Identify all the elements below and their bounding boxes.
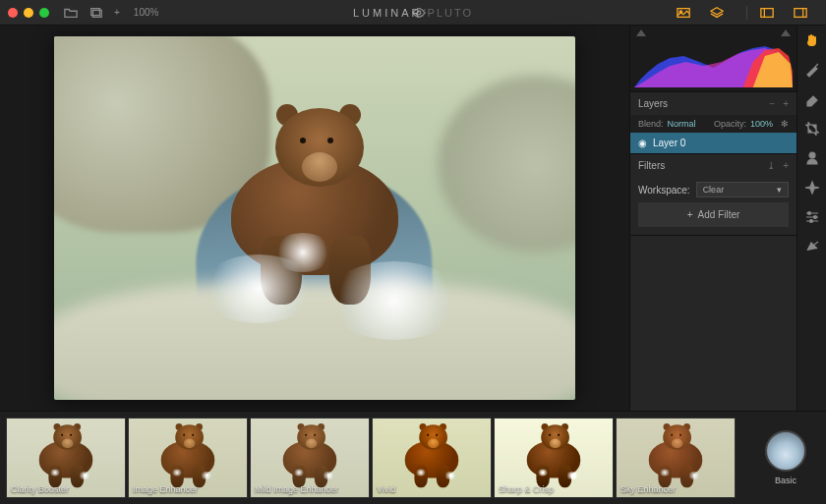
brush-tool-icon[interactable] [803,61,821,79]
image-mode-icon[interactable] [676,5,691,21]
svg-rect-5 [761,8,773,17]
add-filter-small-icon[interactable]: + [783,160,789,171]
workspace-label: Workspace: [638,185,690,196]
title-sub: /PLUTO [422,7,473,19]
add-filter-button[interactable]: + Add Filter [638,202,789,227]
preset-mild[interactable]: Mild Image Enhancer [250,418,370,498]
save-filters-icon[interactable]: ⤓ [767,160,775,171]
crop-tool-icon[interactable] [803,120,821,138]
denoise-tool-icon[interactable] [803,179,821,196]
preset-cb[interactable]: Clarity Booster [6,418,126,498]
blend-mode[interactable]: Normal [668,119,696,129]
main-area: Layers − + Blend: Normal Opacity: 100% ✻… [0,26,826,411]
layer-settings-icon[interactable]: ✻ [781,119,789,129]
filters-title: Filters [638,160,665,171]
histogram[interactable] [630,26,796,92]
shadow-clip-icon[interactable] [636,29,646,36]
preset-category[interactable]: Basic [765,430,806,485]
preset-sc[interactable]: Sharp & Crisp [494,418,614,498]
layers-title: Layers [638,98,668,109]
layer-name: Layer 0 [653,138,685,148]
category-thumbnail [765,430,806,472]
stack-icon[interactable] [88,5,104,21]
preset-vv[interactable]: Vivid [372,418,492,498]
filters-panel: Filters ⤓ + Workspace: Clear ▾ + Add Fil… [630,154,796,236]
zoom-level[interactable]: 100% [134,7,159,18]
preset-strip: Clarity Booster Image Enhancer Mild Imag… [0,411,826,504]
app-title: LUMINAR/PLUTO [353,7,473,19]
svg-rect-7 [795,8,806,17]
canvas-area [0,26,629,411]
window-controls [8,8,49,18]
blend-label: Blend: [638,119,664,129]
panel-right-icon[interactable] [793,5,808,21]
layers-mode-icon[interactable] [709,5,725,21]
layer-visibility-icon[interactable]: ◉ [638,138,647,148]
maximize-window-button[interactable] [39,8,49,18]
main-image[interactable] [54,36,575,400]
preset-ie[interactable]: Image Enhancer [128,418,248,498]
category-label: Basic [775,476,796,485]
svg-point-9 [809,152,815,158]
plus-icon: + [687,209,693,220]
opacity-value[interactable]: 100% [750,119,773,129]
add-layer-icon[interactable]: + [783,98,789,109]
preset-label: Sky Enhancer [620,484,676,494]
remove-layer-icon[interactable]: − [769,98,775,109]
preset-label: Clarity Booster [11,484,69,494]
minimize-window-button[interactable] [24,8,33,18]
open-file-icon[interactable] [63,5,79,21]
histogram-graph [634,42,793,87]
vertical-toolbar [796,26,826,411]
title-main: LUMINAR [353,7,423,19]
top-toolbar: + 100% LUMINAR/PLUTO [0,0,826,26]
zoom-plus[interactable]: + [114,7,120,18]
close-window-button[interactable] [8,8,18,18]
workspace-select[interactable]: Clear ▾ [696,182,789,197]
svg-point-11 [813,216,816,219]
svg-point-12 [809,220,812,223]
opacity-label: Opacity: [714,119,746,129]
layers-panel: Layers − + Blend: Normal Opacity: 100% ✻… [630,92,796,154]
panel-left-icon[interactable] [759,5,775,21]
transform-tool-icon[interactable] [803,238,821,255]
adjust-tool-icon[interactable] [803,208,821,226]
svg-point-10 [807,212,810,215]
chevron-down-icon: ▾ [777,185,782,195]
preset-sky[interactable]: Sky Enhancer [616,418,736,498]
erase-tool-icon[interactable] [803,90,821,108]
preset-label: Mild Image Enhancer [255,484,338,494]
side-panel: Layers − + Blend: Normal Opacity: 100% ✻… [629,26,796,411]
workspace-value: Clear [703,185,725,195]
highlight-clip-icon[interactable] [781,29,791,36]
preset-label: Sharp & Crisp [499,484,554,494]
preset-label: Vivid [377,484,395,494]
preset-label: Image Enhancer [133,484,198,494]
add-filter-label: Add Filter [698,209,740,220]
layer-row-0[interactable]: ◉ Layer 0 [630,133,796,153]
clone-tool-icon[interactable] [803,149,821,167]
hand-tool-icon[interactable] [803,31,821,49]
toolbar-separator [746,6,747,20]
